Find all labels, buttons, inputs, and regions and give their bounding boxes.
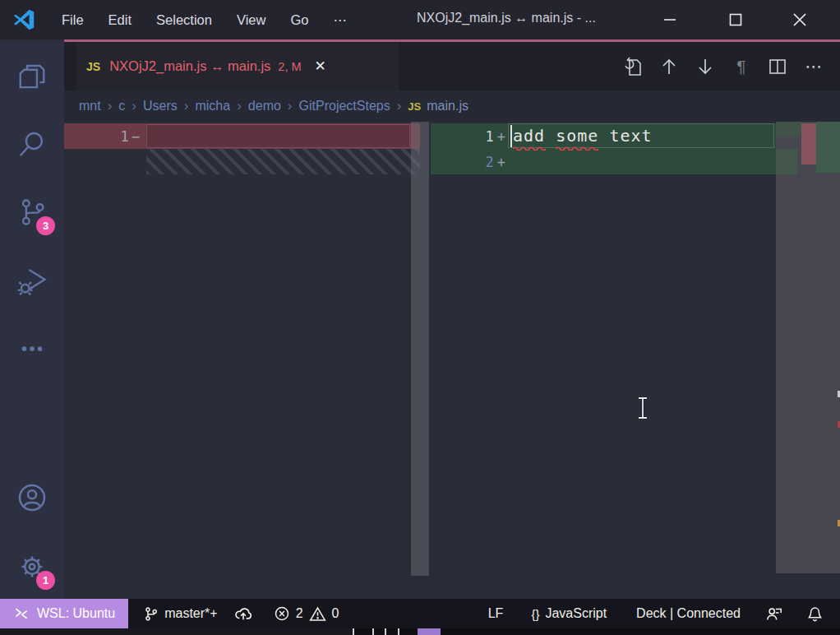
menu-view[interactable]: View [224, 9, 278, 31]
diff-added-sign: + [497, 154, 505, 170]
original-gutter: 1− [64, 123, 143, 149]
connection-label: Deck | Connected [636, 606, 741, 621]
chevron-right-icon: › [184, 98, 189, 114]
close-icon [790, 10, 810, 30]
tab-close-icon[interactable]: ✕ [315, 58, 326, 75]
settings-gear-icon[interactable]: 1 [14, 549, 50, 585]
vscode-window: File Edit Selection View Go ⋯ NXOjJ2_mai… [0, 0, 840, 635]
overview-added-mark [816, 122, 840, 173]
publish-changes-button[interactable] [226, 599, 261, 628]
line-number: 1 [486, 128, 494, 145]
previous-change-icon[interactable] [656, 53, 682, 80]
split-editor-icon[interactable] [764, 53, 791, 80]
breadcrumb-item-c[interactable]: c [118, 99, 125, 114]
code-tail: text [598, 126, 652, 146]
menu-selection[interactable]: Selection [144, 9, 224, 31]
source-control-badge: 3 [36, 216, 55, 235]
diff-editor[interactable]: 1− 1+ 2+ add some text [64, 122, 840, 599]
menu-go[interactable]: Go [278, 9, 321, 31]
language-mode[interactable]: {} JavaScript [523, 599, 615, 628]
branch-label: master*+ [164, 606, 217, 621]
added-line-overflow [776, 149, 797, 174]
close-window-button[interactable] [781, 0, 819, 39]
chevron-right-icon: › [397, 98, 402, 114]
deck-connection-status[interactable]: Deck | Connected [628, 599, 749, 628]
left-scrollbar-slider[interactable] [411, 122, 429, 576]
warnings-icon [309, 605, 326, 623]
vscode-logo-icon [12, 7, 36, 32]
code-word: some [556, 126, 598, 146]
overview-removed-mark [801, 123, 816, 165]
chevron-right-icon: › [108, 98, 113, 114]
source-control-icon[interactable]: 3 [14, 194, 50, 230]
breadcrumb-item-users[interactable]: Users [143, 99, 178, 114]
status-bar-right: LF {} JavaScript Deck | Connected [480, 599, 840, 628]
breadcrumb-item-micha[interactable]: micha [195, 99, 230, 114]
git-branch-status[interactable]: master*+ [135, 599, 225, 628]
ibeam-mouse-cursor [636, 396, 649, 419]
code-space [545, 126, 556, 146]
tab-bar: JS NXOjJ2_main.js ↔ main.js 2, M ✕ [64, 42, 840, 90]
next-change-icon[interactable] [692, 53, 718, 80]
taskbar-glyph [372, 628, 374, 635]
more-views-icon[interactable] [14, 331, 50, 367]
minimap-scrollbar[interactable] [776, 122, 840, 573]
diff-added-sign: + [497, 128, 505, 145]
notifications-button[interactable] [798, 599, 832, 628]
problems-status[interactable]: 2 0 [265, 599, 348, 628]
chevron-right-icon: › [237, 98, 242, 114]
window-title: NXOjJ2_main.js ↔ main.js - ... [417, 11, 596, 25]
maximize-button[interactable] [717, 0, 755, 39]
whitespace-pilcrow-icon[interactable]: ¶ [728, 53, 755, 80]
feedback-button[interactable] [757, 599, 792, 628]
git-branch-icon [143, 606, 159, 622]
cloud-upload-icon [234, 605, 252, 623]
breadcrumb-item-mnt[interactable]: mnt [79, 99, 101, 114]
menu-edit[interactable]: Edit [96, 9, 144, 31]
minimize-icon [661, 11, 679, 29]
status-bar: WSL: Ubuntu master*+ 2 0 [0, 599, 840, 628]
minimize-button[interactable] [651, 0, 689, 39]
more-actions-icon[interactable]: ⋯ [801, 53, 827, 80]
tab-diff-main-js[interactable]: JS NXOjJ2_main.js ↔ main.js 2, M ✕ [76, 42, 400, 90]
breadcrumb-item-demo[interactable]: demo [248, 99, 281, 114]
bell-icon [806, 605, 824, 623]
remote-indicator[interactable]: WSL: Ubuntu [0, 599, 128, 628]
minimap-added-tint [776, 122, 801, 136]
run-debug-icon[interactable] [14, 262, 50, 299]
maximize-icon [727, 11, 745, 29]
line-number: 1 [121, 128, 129, 145]
account-icon[interactable] [14, 480, 50, 516]
taskbar-active-item [418, 628, 441, 635]
errors-count: 2 [296, 606, 303, 621]
js-file-icon: JS [408, 100, 421, 113]
eol-indicator[interactable]: LF [480, 599, 512, 628]
tab-problems-badge: 2, M [278, 60, 301, 73]
breadcrumb-item-gitprojectsteps[interactable]: GitProjectSteps [299, 99, 390, 114]
tab-label: NXOjJ2_main.js ↔ main.js [109, 58, 270, 74]
search-icon[interactable] [14, 126, 50, 162]
error-squiggle [556, 146, 598, 151]
breadcrumb-item-main-js[interactable]: main.js [427, 99, 468, 114]
editor-actions: ¶ ⋯ [620, 42, 827, 90]
activity-bar: 3 1 [0, 42, 64, 599]
explorer-icon[interactable] [14, 58, 50, 95]
menu-file[interactable]: File [49, 9, 96, 31]
text-cursor [510, 125, 512, 147]
revert-file-icon[interactable] [620, 53, 646, 80]
title-bar: File Edit Selection View Go ⋯ NXOjJ2_mai… [0, 0, 840, 39]
chevron-right-icon: › [132, 98, 136, 114]
modified-gutter-line-1: 1+ [431, 123, 513, 149]
diff-removed-sign: − [132, 128, 140, 145]
taskbar-segment [0, 628, 353, 635]
deleted-line-change-box [146, 124, 410, 148]
error-squiggle [513, 146, 546, 151]
chevron-right-icon: › [288, 98, 293, 114]
menu-more[interactable]: ⋯ [321, 9, 359, 31]
diff-filler-hatch [146, 149, 420, 174]
remote-label: WSL: Ubuntu [37, 606, 115, 621]
remote-icon [13, 605, 30, 622]
settings-badge: 1 [36, 571, 55, 590]
taskbar-glyph [353, 628, 354, 635]
braces-icon: {} [531, 607, 539, 621]
